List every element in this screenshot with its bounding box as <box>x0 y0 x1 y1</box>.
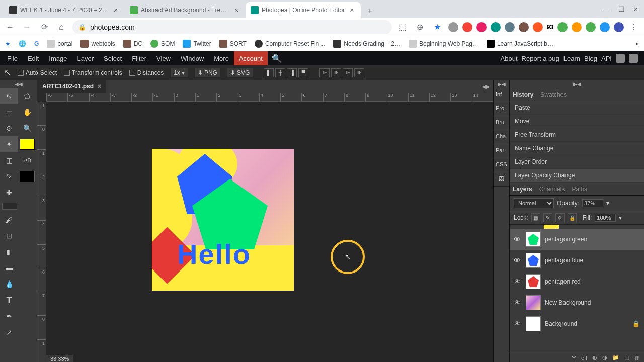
color-fg[interactable] <box>18 136 36 152</box>
blur-tool[interactable]: 💧 <box>0 276 18 292</box>
document-tab[interactable]: ARTC1402-01.psd × <box>37 80 106 93</box>
visibility-icon[interactable]: 👁 <box>514 278 522 286</box>
menu-more[interactable]: More <box>209 51 234 65</box>
reload-button[interactable]: ⟳ <box>38 21 50 33</box>
visibility-icon[interactable]: 👁 <box>514 235 522 243</box>
history-item[interactable]: Layer Order <box>510 155 644 169</box>
menu-file[interactable]: File <box>2 51 23 65</box>
color-bg[interactable] <box>18 168 36 185</box>
brush-panel-tab[interactable]: Bru <box>494 116 509 130</box>
history-item[interactable]: Free Transform <box>510 128 644 142</box>
history-item[interactable]: Paste <box>510 101 644 115</box>
blend-mode-select[interactable]: Normal <box>514 198 554 208</box>
eraser-tool[interactable]: ◧ <box>0 244 18 260</box>
menu-filter[interactable]: Filter <box>127 51 151 65</box>
collapse-icon[interactable]: ◀◀ <box>0 80 37 88</box>
align-right-button[interactable]: ▐ <box>287 68 297 77</box>
image-panel-tab[interactable]: 🖼 <box>494 172 509 187</box>
ext-icon[interactable] <box>476 22 487 32</box>
distribute-button[interactable]: ⊪ <box>319 68 330 77</box>
overflow-icon[interactable]: » <box>635 40 639 47</box>
export-png-button[interactable]: ⬇ PNG <box>195 68 220 77</box>
ext-icon[interactable] <box>462 22 472 32</box>
close-icon[interactable]: × <box>232 6 240 14</box>
lock-transparency-button[interactable]: ▦ <box>531 213 540 222</box>
home-button[interactable]: ⌂ <box>55 21 67 33</box>
menu-icon[interactable]: ⋮ <box>628 21 640 33</box>
gradient-tool[interactable]: ▬ <box>0 260 18 276</box>
menu-image[interactable]: Image <box>44 51 72 65</box>
move-tool[interactable]: ↖ <box>0 88 18 104</box>
ext-icon[interactable] <box>572 22 582 32</box>
panel-collapse-icon[interactable]: ◀▶ <box>482 84 493 89</box>
ext-icon[interactable] <box>519 22 529 32</box>
delete-layer-button[interactable]: 🗑 <box>634 355 640 361</box>
bookmark-item[interactable]: DC <box>123 40 142 48</box>
minimize-button[interactable]: — <box>602 5 609 13</box>
gradient-empty[interactable] <box>2 203 17 210</box>
type-tool[interactable]: T <box>0 292 18 308</box>
menu-blog[interactable]: Blog <box>584 55 597 62</box>
menu-learn[interactable]: Learn <box>564 55 580 62</box>
back-button[interactable]: ← <box>4 21 16 33</box>
menu-about[interactable]: About <box>501 55 518 62</box>
menu-select[interactable]: Select <box>99 51 127 65</box>
clone-tool[interactable]: ⊡ <box>0 228 18 244</box>
eyedropper-tool[interactable]: ✎ <box>0 168 18 185</box>
search-icon[interactable]: 🔍 <box>268 54 286 63</box>
layer-row[interactable]: 👁 pentagon blue <box>510 250 644 271</box>
lock-all-button[interactable]: 🔒 <box>568 213 577 222</box>
canvas-viewport[interactable]: Hello ↖ 33.33% <box>46 102 493 362</box>
menu-account[interactable]: Account <box>234 51 268 65</box>
bookmark-item[interactable]: portal <box>47 40 72 48</box>
bookmark-item[interactable]: SORT <box>219 40 247 48</box>
zoom-tool[interactable]: 🔍 <box>18 120 36 136</box>
link-layers-button[interactable]: ⚯ <box>572 354 576 361</box>
menu-view[interactable]: View <box>151 51 176 65</box>
bookmark-item[interactable]: webtools <box>80 40 115 48</box>
crop-tool[interactable]: ◫ <box>0 152 18 168</box>
visibility-icon[interactable]: 👁 <box>514 320 522 328</box>
character-panel-tab[interactable]: Cha <box>494 130 509 144</box>
star-icon[interactable]: ★ <box>5 40 11 47</box>
ext-icon[interactable] <box>600 22 610 32</box>
swap-colors[interactable]: ⇄ D <box>18 152 36 168</box>
distances-checkbox[interactable]: Distances <box>129 69 164 76</box>
adjustment-layer-button[interactable]: ◑ <box>602 354 607 361</box>
history-item[interactable]: Layer Opacity Change <box>510 169 644 183</box>
ext-icon[interactable] <box>586 22 596 32</box>
ext-icon[interactable] <box>448 22 458 32</box>
channels-tab[interactable]: Channels <box>539 186 565 193</box>
panel-toggle-icon[interactable]: ▶◀ <box>510 80 644 88</box>
layer-effects-button[interactable]: eff <box>581 355 587 361</box>
zoom-select[interactable]: 1x ▾ <box>171 68 188 77</box>
shape-select-tool[interactable]: ⬠ <box>18 88 36 104</box>
close-icon[interactable]: × <box>98 83 101 90</box>
distribute-button[interactable]: ⊪ <box>331 68 341 77</box>
menu-report[interactable]: Report a bug <box>522 55 559 62</box>
layer-row[interactable]: 👁 Background 🔒 <box>510 313 644 334</box>
visibility-icon[interactable]: 👁 <box>514 256 522 264</box>
history-item[interactable]: Name Change <box>510 142 644 155</box>
menu-window[interactable]: Window <box>176 51 209 65</box>
facebook-icon[interactable] <box>629 54 638 63</box>
brush-tool[interactable]: 🖌 <box>0 212 18 228</box>
magic-wand-tool[interactable]: ✦ <box>0 136 18 152</box>
bookmark-item[interactable]: Beginning Web Pag… <box>409 40 478 48</box>
close-window-button[interactable]: × <box>634 5 638 13</box>
info-panel-tab[interactable]: Inf <box>494 88 509 102</box>
bookmark-item[interactable]: SOM <box>150 40 175 48</box>
ext-icon[interactable] <box>557 22 568 32</box>
history-item[interactable]: Move <box>510 115 644 128</box>
layer-row[interactable]: 👁 New Background <box>510 292 644 313</box>
properties-panel-tab[interactable]: Pro <box>494 102 509 116</box>
layer-row[interactable]: 👁 pentagon red <box>510 271 644 292</box>
pen-tool[interactable]: ✒ <box>0 308 18 324</box>
twitter-icon[interactable] <box>616 54 625 63</box>
opacity-input[interactable] <box>582 199 603 207</box>
bookmark-item[interactable]: Needs Grading – 2… <box>333 40 400 48</box>
bookmark-item[interactable]: Learn JavaScript b… <box>487 40 553 48</box>
ext-icon[interactable] <box>491 22 501 32</box>
transform-controls-checkbox[interactable]: Transform controls <box>64 69 122 76</box>
align-left-button[interactable]: ▌ <box>264 68 274 77</box>
